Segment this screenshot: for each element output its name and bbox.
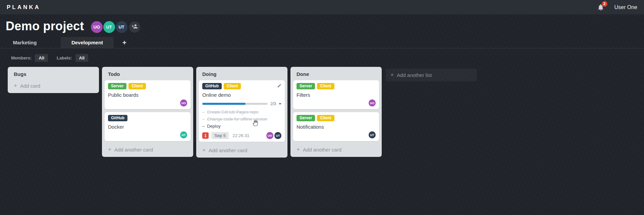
card-members: UT [297, 131, 376, 138]
progress-fill [202, 103, 246, 105]
task-item[interactable]: – Deploy [202, 123, 281, 130]
list-bugs: Bugs + Add card [8, 67, 99, 93]
add-card-button[interactable]: + Add another card [105, 144, 191, 154]
add-list-button[interactable]: + Add another list [386, 69, 477, 81]
due-date-badge[interactable]: Sep 5 [211, 132, 229, 139]
label-client[interactable]: Client [128, 83, 146, 89]
plus-icon: + [108, 146, 111, 153]
label-server[interactable]: Server [297, 115, 315, 121]
card-filters[interactable]: Server Client Filters UO [293, 80, 379, 109]
dash-icon: – [202, 117, 205, 122]
avatar[interactable]: UT [369, 131, 376, 138]
task-text: Create GitHub Pages repo [207, 110, 258, 115]
notifications-button[interactable]: 2 [597, 4, 604, 11]
card-labels: Server Client [297, 115, 376, 121]
topbar: PLANKA 2 User One [0, 0, 644, 15]
card-title: Notifications [297, 124, 376, 130]
user-menu[interactable]: User One [614, 4, 637, 10]
members-filter-value[interactable]: All [35, 54, 48, 62]
card-title: Public boards [108, 92, 187, 98]
filter-bar: Members: All Labels: All [0, 48, 644, 62]
progress-bar [202, 103, 268, 105]
add-member-button[interactable] [129, 22, 140, 33]
label-server[interactable]: Server [108, 83, 126, 89]
dash-icon: – [202, 110, 205, 115]
labels-filter-value[interactable]: All [75, 54, 89, 62]
avatar[interactable]: UT [274, 132, 281, 139]
add-card-label: Add another card [114, 147, 153, 153]
add-board-button[interactable]: + [117, 37, 132, 48]
avatar[interactable]: UO [91, 21, 103, 33]
card-members: UT [108, 131, 187, 138]
board-page: Demo project UO UT UT Marketing Developm… [0, 15, 644, 215]
tab-development[interactable]: Development [61, 37, 114, 48]
task-item[interactable]: – Change code for offline version [202, 116, 281, 123]
avatar[interactable]: UT [180, 131, 187, 138]
card-members: UO [297, 99, 376, 106]
label-github[interactable]: GitHub [202, 83, 222, 89]
task-text: Deploy [207, 124, 220, 129]
planka-logo[interactable]: PLANKA [7, 4, 41, 11]
add-card-label: Add another card [303, 147, 341, 153]
plus-icon: + [202, 147, 206, 154]
bell-icon [597, 6, 604, 12]
add-card-button[interactable]: + Add another card [293, 144, 379, 154]
add-card-button[interactable]: + Add another card [199, 145, 285, 155]
notification-count-badge: 2 [602, 1, 607, 7]
label-client[interactable]: Client [317, 115, 334, 121]
card-public-boards[interactable]: Server Client Public boards UO [105, 80, 191, 109]
card-labels: Server Client [297, 83, 376, 89]
avatar[interactable]: UT [116, 21, 127, 33]
card-title: Online demo [202, 92, 281, 98]
task-text: Change code for offline version [207, 117, 267, 122]
label-server[interactable]: Server [297, 83, 315, 89]
avatar[interactable]: UO [266, 132, 273, 139]
add-card-button[interactable]: + Add card [10, 80, 96, 90]
card-title: Docker [108, 124, 187, 130]
tasks-progress[interactable]: 2/3 [202, 101, 281, 106]
card-labels: GitHub [108, 115, 187, 121]
list-done: Done Server Client Filters UO Server Cli… [290, 67, 382, 157]
topbar-right: 2 User One [597, 4, 637, 11]
add-card-label: Add another card [209, 147, 247, 153]
plus-icon: + [122, 39, 126, 47]
timer-badge[interactable]: 22:26:31 [232, 133, 250, 138]
list-title[interactable]: Doing [199, 70, 285, 80]
task-item[interactable]: – Create GitHub Pages repo [202, 109, 281, 116]
plus-icon: + [14, 82, 17, 89]
label-client[interactable]: Client [317, 83, 334, 89]
task-list: – Create GitHub Pages repo – Change code… [202, 109, 281, 130]
add-list-label: Add another list [397, 72, 432, 78]
project-members: UO UT UT [90, 21, 140, 33]
list-title[interactable]: Done [293, 70, 379, 80]
card-labels: GitHub Client [202, 83, 281, 89]
card-members: UO [108, 99, 187, 106]
chevron-down-icon[interactable] [279, 103, 281, 105]
list-todo: Todo Server Client Public boards UO GitH… [102, 67, 193, 157]
members-filter-label: Members: [11, 55, 32, 60]
avatar[interactable]: UT [103, 21, 115, 33]
plus-icon: + [297, 146, 300, 153]
label-client[interactable]: Client [224, 83, 241, 89]
list-title[interactable]: Bugs [10, 70, 96, 80]
label-github[interactable]: GitHub [108, 115, 127, 121]
person-add-icon [131, 23, 138, 31]
list-doing: Doing GitHub Client Online demo 2/3 [196, 67, 287, 158]
card-docker[interactable]: GitHub Docker UT [105, 112, 191, 141]
avatar[interactable]: UO [369, 99, 376, 106]
list-title[interactable]: Todo [105, 70, 191, 80]
board-tabs: Marketing Development + [0, 37, 644, 48]
project-title[interactable]: Demo project [6, 19, 84, 33]
avatar[interactable]: UO [180, 99, 187, 106]
card-notifications[interactable]: Server Client Notifications UT [293, 112, 379, 141]
tab-marketing[interactable]: Marketing [0, 37, 50, 48]
card-online-demo[interactable]: GitHub Client Online demo 2/3 – Create G… [199, 80, 285, 142]
edit-card-button[interactable] [277, 83, 282, 89]
notification-count-badge: 1 [202, 132, 209, 139]
progress-count: 2/3 [270, 101, 276, 106]
card-members: UO UT [266, 132, 281, 139]
project-header: Demo project UO UT UT [0, 15, 644, 34]
card-footer: 1 Sep 5 22:26:31 UO UT [202, 132, 281, 139]
card-labels: Server Client [108, 83, 187, 89]
labels-filter-label: Labels: [57, 55, 72, 60]
